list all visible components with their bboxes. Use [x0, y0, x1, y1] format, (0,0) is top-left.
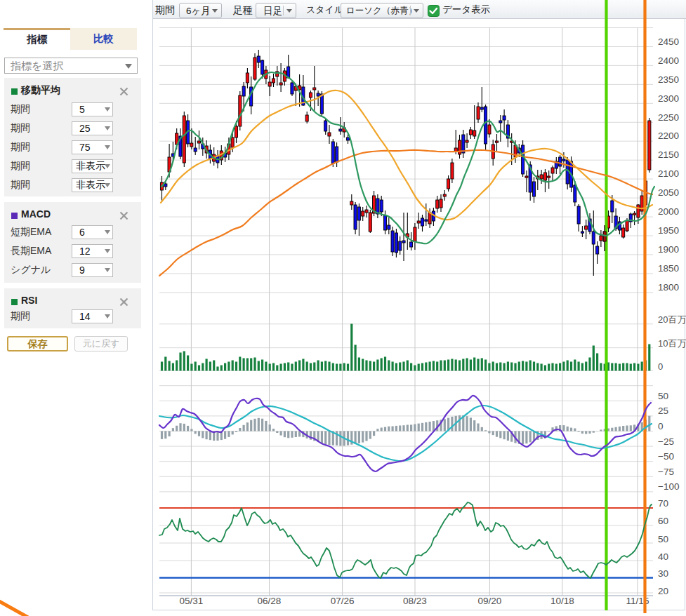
- svg-text:70: 70: [658, 498, 668, 509]
- svg-text:−75: −75: [658, 467, 674, 477]
- svg-text:05/31: 05/31: [180, 596, 204, 606]
- svg-text:20百万: 20百万: [658, 314, 686, 325]
- svg-text:2400: 2400: [658, 55, 679, 66]
- svg-text:2100: 2100: [658, 168, 679, 179]
- svg-text:10/18: 10/18: [550, 596, 574, 606]
- svg-text:10百万: 10百万: [658, 338, 686, 349]
- svg-text:2300: 2300: [658, 93, 679, 104]
- svg-text:20: 20: [658, 586, 668, 596]
- svg-text:11/15: 11/15: [626, 596, 649, 606]
- svg-text:50: 50: [658, 534, 668, 544]
- svg-text:−100: −100: [658, 481, 679, 492]
- svg-text:2200: 2200: [658, 130, 679, 141]
- svg-text:50: 50: [658, 391, 668, 401]
- svg-text:2350: 2350: [658, 74, 679, 85]
- svg-text:2450: 2450: [658, 36, 679, 47]
- svg-text:25: 25: [658, 406, 668, 416]
- svg-text:0: 0: [658, 361, 663, 372]
- svg-text:0: 0: [658, 421, 664, 431]
- svg-text:40: 40: [658, 551, 668, 562]
- svg-text:1900: 1900: [658, 244, 679, 255]
- svg-text:2250: 2250: [658, 112, 679, 123]
- svg-text:06/28: 06/28: [258, 596, 282, 606]
- svg-text:2050: 2050: [658, 187, 679, 198]
- svg-text:1850: 1850: [658, 263, 679, 274]
- svg-text:60: 60: [658, 516, 668, 526]
- svg-text:−50: −50: [658, 451, 674, 462]
- svg-text:−25: −25: [658, 436, 674, 447]
- svg-text:1950: 1950: [658, 225, 679, 236]
- svg-text:2000: 2000: [658, 206, 679, 217]
- svg-text:08/23: 08/23: [403, 596, 427, 606]
- svg-text:1800: 1800: [658, 282, 679, 293]
- svg-text:09/20: 09/20: [478, 596, 502, 606]
- svg-text:2150: 2150: [658, 149, 679, 160]
- svg-text:07/26: 07/26: [331, 596, 355, 606]
- svg-text:30: 30: [658, 568, 668, 579]
